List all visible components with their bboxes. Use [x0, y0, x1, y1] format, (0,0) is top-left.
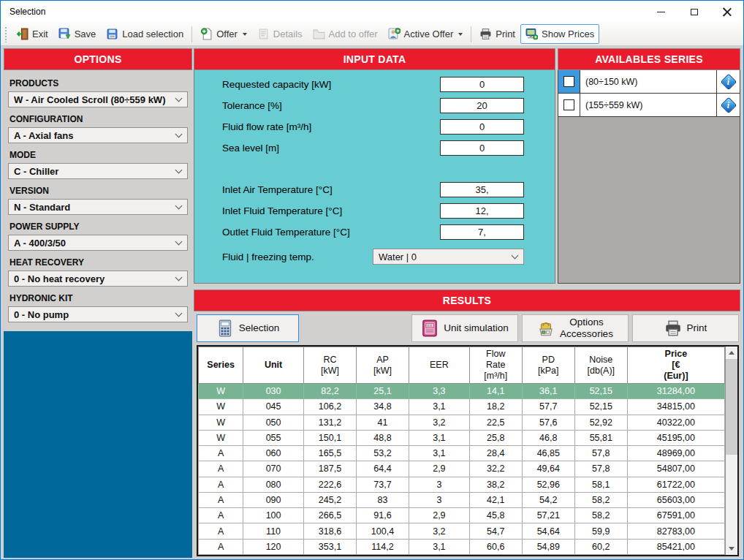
results-table-wrap: SeriesUnitRC [kW]AP [kW]EERFlow Rate [m³… [197, 345, 739, 556]
toolbar-button-save[interactable]: Save [53, 24, 102, 44]
tab-options-accessories[interactable]: Options Accessories [522, 314, 629, 342]
toolbar-button-offer[interactable]: Offer [195, 24, 252, 44]
table-cell: 31284,00 [627, 384, 724, 399]
column-header-price[interactable]: Price [€ (Eur)] [627, 347, 724, 384]
table-cell: 73,7 [356, 477, 409, 492]
input-field-inlet-air-temperature-c[interactable]: 35, [440, 182, 524, 197]
main-area: OPTIONS PRODUCTSW - Air Cooled Scroll (8… [1, 46, 743, 559]
column-header-ap[interactable]: AP [kW] [356, 347, 409, 384]
column-header-flow[interactable]: Flow Rate [m³/h] [469, 347, 522, 384]
series-checkbox[interactable] [563, 76, 574, 87]
table-cell: W [199, 384, 243, 399]
input-rows-top: Requested capacity [kW]0Tolerance [%]20F… [194, 74, 555, 159]
options-select-products[interactable]: W - Air Cooled Scroll (80÷559 kW) [8, 91, 188, 107]
options-select-hydronic-kit[interactable]: 0 - No pump [8, 306, 188, 322]
series-info-cell[interactable]: i [716, 94, 740, 116]
table-row[interactable]: A070187,564,42,932,249,6457,854807,00 [199, 461, 725, 477]
series-checkbox[interactable] [563, 99, 574, 110]
basket-icon [537, 319, 555, 337]
table-cell: 055 [243, 430, 304, 445]
table-row[interactable]: W045106,234,83,118,257,752,1534815,00 [199, 399, 725, 415]
table-cell: 150,1 [303, 430, 356, 445]
table-row[interactable]: A090245,283342,154,258,265603,00 [199, 492, 725, 507]
table-row[interactable]: W050131,2413,222,557,652,9240322,00 [199, 415, 725, 430]
close-button[interactable] [710, 1, 743, 23]
chevron-down-icon [175, 273, 183, 281]
column-header-unit[interactable]: Unit [243, 347, 304, 384]
dropdown-value: A - Axial fans [14, 130, 176, 141]
table-row[interactable]: A080222,673,7338,252,9658,161722,00 [199, 477, 725, 492]
toolbar-button-show-prices[interactable]: Show Prices [520, 24, 599, 44]
available-series-panel: AVAILABLES SERIES (80÷150 kW)i(155÷559 k… [558, 48, 740, 284]
scrollbar-thumb[interactable] [726, 359, 737, 455]
input-field-fluid-flow-rate-m-h[interactable]: 0 [440, 119, 524, 135]
options-label-hydronic-kit: HYDRONIC KIT [10, 293, 188, 303]
series-row-155-559-kw[interactable]: (155÷559 kW)i [558, 94, 740, 117]
options-select-configuration[interactable]: A - Axial fans [8, 127, 188, 143]
scroll-up-button[interactable] [726, 347, 737, 359]
series-row-80-150-kw[interactable]: (80÷150 kW)i [558, 70, 740, 94]
toolbar-button-load-selection[interactable]: Load selection [101, 24, 189, 44]
dropdown-arrow-icon [458, 33, 463, 36]
results-table: SeriesUnitRC [kW]AP [kW]EERFlow Rate [m³… [198, 347, 725, 555]
table-cell: 187,5 [303, 461, 356, 477]
series-checkbox-cell[interactable] [558, 94, 580, 116]
table-cell: 48,8 [356, 430, 409, 445]
table-cell: 58,2 [574, 492, 627, 507]
options-select-mode[interactable]: C - Chiller [8, 163, 188, 179]
input-row: Sea level [m]0 [194, 137, 555, 159]
toolbar-button-active-offer[interactable]: Active Offer [383, 24, 468, 44]
table-row[interactable]: A100266,591,62,945,857,2158,267591,00 [199, 508, 725, 523]
options-select-heat-recovery[interactable]: 0 - No heat recovery [8, 270, 188, 287]
printer-icon [479, 28, 492, 40]
toolbar-button-exit[interactable]: Exit [11, 24, 53, 44]
dropdown-value: N - Standard [14, 202, 176, 213]
column-header-eer[interactable]: EER [409, 347, 469, 384]
table-row[interactable]: W055150,148,83,125,846,855,8145195,00 [199, 430, 725, 445]
minimize-button[interactable] [645, 1, 677, 23]
column-header-pd[interactable]: PD [kPa] [522, 347, 574, 384]
options-select-version[interactable]: N - Standard [8, 199, 188, 215]
top-row: INPUT DATA Requested capacity [kW]0Toler… [194, 48, 740, 284]
input-field-inlet-fluid-temperature-c[interactable]: 12, [440, 203, 524, 219]
table-cell: 59,9 [574, 523, 627, 539]
column-header-rc[interactable]: RC [kW] [303, 347, 356, 384]
series-label: (155÷559 kW) [580, 94, 716, 116]
table-row[interactable]: W03082,225,13,314,136,152,1531284,00 [199, 384, 725, 399]
table-row[interactable]: A060165,553,23,128,446,8557,848969,00 [199, 446, 725, 461]
input-label-tolerance: Tolerance [%] [222, 100, 440, 111]
options-select-power-supply[interactable]: A - 400/3/50 [8, 235, 188, 251]
series-info-cell[interactable]: i [716, 70, 740, 93]
table-cell: A [199, 508, 243, 523]
series-checkbox-cell[interactable] [558, 70, 580, 93]
column-header-series[interactable]: Series [199, 347, 243, 384]
table-cell: 2,9 [409, 461, 469, 477]
tab-unit-simulation[interactable]: Unit simulation [411, 314, 518, 342]
toolbar-button-print[interactable]: Print [474, 24, 520, 44]
table-cell: 60,6 [469, 539, 522, 554]
table-row[interactable]: A110318,6100,43,254,754,6459,982783,00 [199, 523, 725, 539]
info-icon[interactable]: i [720, 97, 737, 113]
options-label-power-supply: POWER SUPPLY [10, 222, 188, 232]
fluid-select[interactable]: Water | 0 [373, 249, 524, 265]
scroll-down-button[interactable] [726, 542, 737, 555]
input-field-sea-level-m[interactable]: 0 [440, 140, 524, 156]
table-cell: 54,64 [522, 523, 574, 539]
fluid-row: Fluid | freezing temp. Water | 0 [194, 244, 555, 269]
input-field-tolerance[interactable]: 20 [440, 98, 524, 113]
toolbar-grip[interactable] [4, 26, 8, 42]
table-cell: 25,8 [469, 430, 522, 445]
input-field-outlet-fluid-temperature-c[interactable]: 7, [440, 224, 524, 240]
tab-selection[interactable]: Selection [197, 314, 299, 342]
tab-print[interactable]: Print [632, 314, 739, 342]
maximize-button[interactable] [677, 1, 710, 23]
table-cell: 3,3 [409, 384, 469, 399]
input-field-requested-capacity-kw[interactable]: 0 [440, 77, 524, 92]
table-row[interactable]: A120353,1114,23,160,654,8960,285421,00 [199, 539, 725, 554]
scrollbar-track[interactable] [726, 455, 737, 542]
options-panel: OPTIONS PRODUCTSW - Air Cooled Scroll (8… [4, 48, 192, 558]
table-scrollbar[interactable] [725, 347, 737, 555]
fluid-select-value: Water | 0 [379, 251, 512, 262]
info-icon[interactable]: i [720, 73, 737, 90]
column-header-noise[interactable]: Noise [db(A)] [574, 347, 627, 384]
